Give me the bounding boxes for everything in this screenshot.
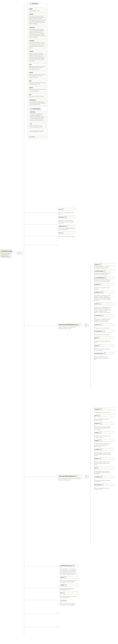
attribute-desc: Why the metadata has been included – exp…: [29, 82, 46, 85]
expand-icon[interactable]: +: [62, 208, 63, 210]
occurrence-label: 0..∞: [94, 326, 114, 327]
connector-line: [24, 224, 58, 224]
element-item: partMetaExtProperty+0..∞Extension Proper…: [60, 564, 79, 575]
expand-icon[interactable]: +: [100, 449, 102, 450]
element-item: altId+0..∞An alternative identifier assi…: [94, 336, 114, 343]
attribute-item: creatorIf the attribute is empty, specif…: [29, 13, 47, 25]
collapse-icon[interactable]: –: [30, 3, 32, 4]
expand-icon[interactable]: +: [100, 476, 102, 478]
element-box: infoSource+: [94, 291, 114, 294]
expand-icon[interactable]: +: [102, 484, 103, 486]
element-box: icon+: [58, 208, 75, 211]
element-desc: An important topic of the content; what …: [94, 436, 111, 438]
desc-group-name: DescriptiveMetadataGroup: [59, 476, 75, 477]
expand-icon[interactable]: +: [96, 467, 98, 468]
occurrence-label: 0..∞: [60, 567, 79, 568]
expand-icon[interactable]: +: [98, 345, 100, 346]
occurrence-label: 0..∞: [94, 339, 114, 340]
sequence-connector: [17, 252, 22, 254]
element-desc: A brief and snappy introduction to the c…: [94, 452, 111, 456]
connector-line: [22, 253, 24, 253]
element-desc: A party (person or organisation) which c…: [94, 307, 111, 313]
element-item: language+0..∞A language used by the news…: [94, 408, 114, 413]
element-item: timeDelim+0..∞A delimiter for a piece of…: [58, 216, 75, 224]
occurrence-label: 0..∞: [58, 219, 75, 220]
element-name: genre: [95, 415, 98, 416]
connector-line: [24, 588, 60, 588]
occurrence-label: 0..∞: [85, 478, 86, 479]
expand-icon[interactable]: +: [73, 565, 75, 566]
attribute-name: partid: [29, 8, 46, 9]
expand-icon[interactable]: +: [99, 284, 101, 285]
occurrence-label: 0..∞: [94, 294, 114, 295]
element-box: urgency+: [94, 263, 114, 266]
element-desc: A natural-language statement of the date…: [94, 462, 111, 465]
expand-icon[interactable]: +: [101, 291, 103, 293]
expand-icon[interactable]: +: [100, 423, 102, 424]
element-box: signal+: [60, 576, 79, 579]
element-item: subject+0..∞An important topic of the co…: [94, 431, 114, 438]
occurrence-label: 0..∞: [58, 234, 75, 236]
expand-icon[interactable]: +: [65, 584, 67, 586]
element-box: regionDelim+: [58, 225, 75, 228]
expand-icon[interactable]: +: [97, 337, 99, 338]
occurrence-label: 0..∞: [94, 417, 114, 418]
occurrence-label: 0..∞: [94, 460, 114, 461]
element-box: subject+: [94, 431, 114, 434]
expand-icon[interactable]: +: [100, 458, 101, 460]
attribute-item: modifiedThe date (and, optionally, the t…: [29, 40, 47, 49]
element-name: located: [95, 284, 99, 285]
root-type-box: partMetaPropType A type representing the…: [1, 250, 11, 258]
expand-icon[interactable]: +: [65, 216, 67, 218]
attribute-desc: The identifier of the part: [29, 10, 46, 12]
element-item: contributor+0..∞A party (person or organ…: [94, 314, 114, 322]
expand-icon[interactable]: +: [99, 303, 101, 305]
element-item: dateline+0..∞A natural-language statemen…: [94, 457, 114, 465]
admin-vline: [90, 265, 91, 387]
element-desc: A nature, intellectual or journalistic f…: [94, 418, 111, 421]
occurrence-label: 0..∞: [94, 469, 114, 470]
expand-icon[interactable]: +: [100, 440, 101, 441]
expand-icon[interactable]: +: [62, 232, 63, 234]
attribute-name: creatoruri: [29, 27, 46, 28]
expand-icon[interactable]: +: [100, 324, 102, 326]
element-desc: An instruction to the processor that the…: [60, 580, 77, 583]
element-desc: The target audience for the content.: [94, 334, 111, 336]
expand-icon[interactable]: +: [98, 415, 100, 416]
expand-icon[interactable]: –: [76, 476, 77, 477]
expand-icon[interactable]: +: [100, 264, 101, 265]
expand-icon[interactable]: +: [103, 330, 104, 332]
element-desc: The location from which the content orig…: [94, 287, 111, 290]
expand-icon[interactable]: +: [64, 576, 66, 578]
expand-icon[interactable]: +: [104, 277, 106, 278]
element-desc: A free-form expression of the credit(s) …: [94, 480, 111, 482]
element-box: edNote+: [60, 584, 79, 586]
expand-icon[interactable]: –: [78, 324, 79, 326]
main-vline: [24, 5, 24, 635]
collapse-icon[interactable]: –: [30, 108, 32, 110]
expand-icon[interactable]: +: [101, 315, 103, 316]
admin-children-column: urgency+The editorial urgency of the con…: [94, 262, 114, 361]
expand-icon[interactable]: +: [63, 592, 65, 594]
expand-icon[interactable]: +: [104, 270, 105, 272]
element-box: userInteraction+: [94, 352, 114, 355]
attribute-desc: The directionality of textual content (e…: [30, 125, 45, 128]
any-element: any ##other: [60, 600, 67, 602]
element-item: contentModified+The date (and optionally…: [94, 276, 114, 282]
attribute-item: whyuriWhy the metadata has been included…: [29, 86, 47, 92]
element-desc: A delimiter for a piece of streaming med…: [58, 220, 75, 224]
expand-icon[interactable]: +: [99, 432, 101, 433]
expand-icon[interactable]: +: [100, 408, 102, 410]
expand-icon[interactable]: +: [66, 226, 68, 227]
element-box: exclAudience+: [94, 330, 114, 333]
element-box: link+: [60, 592, 79, 594]
expand-icon[interactable]: +: [104, 352, 105, 354]
any-attribute: any ##other: [29, 136, 47, 138]
attribute-item: creatoruriIf the attribute is empty, spe…: [29, 26, 47, 38]
element-item: icon+0..∞An iconic visual identification…: [58, 208, 75, 215]
occurrence-label: 0..∞: [94, 425, 114, 426]
attribute-name: creator: [29, 14, 46, 15]
element-item: creditline+0..∞A free-form expression of…: [94, 476, 114, 482]
element-desc: Expresses the rating of the content of t…: [94, 348, 111, 351]
element-box: dateline+: [94, 457, 114, 460]
